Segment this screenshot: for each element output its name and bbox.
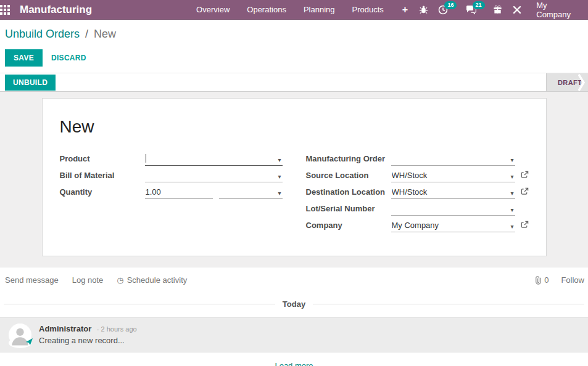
uom-input[interactable]: ▾ [219, 186, 283, 199]
source-location-field[interactable] [391, 169, 515, 182]
bom-input[interactable]: ▾ [145, 169, 283, 182]
company-dropdown-icon[interactable]: ▾ [510, 224, 513, 230]
text-cursor [146, 154, 146, 163]
follow-button[interactable]: Follow [561, 275, 584, 285]
schedule-activity-label: Schedule activity [127, 275, 188, 285]
product-dropdown-icon[interactable]: ▾ [278, 157, 281, 163]
record-title: New [60, 117, 529, 137]
attachments-count: 0 [544, 275, 549, 285]
uom-field[interactable] [219, 186, 283, 199]
company-field[interactable] [391, 219, 515, 232]
source-location-label: Source Location [306, 171, 391, 182]
quantity-field[interactable] [145, 186, 213, 199]
mo-label: Manufacturing Order [306, 154, 391, 166]
breadcrumb-separator: / [83, 28, 91, 40]
message-timestamp: - 2 hours ago [97, 325, 137, 333]
breadcrumb: Unbuild Orders / New [0, 20, 588, 44]
lot-field[interactable] [391, 203, 515, 216]
breadcrumb-current: New [94, 28, 116, 40]
mo-dropdown-icon[interactable]: ▾ [510, 157, 513, 163]
messages-chat-icon[interactable]: 21 [463, 0, 479, 20]
top-navbar: Manufacturing Overview Operations Planni… [0, 0, 588, 20]
lot-label: Lot/Serial Number [306, 204, 391, 216]
schedule-clock-icon: ◷ [117, 275, 123, 285]
spacer [515, 165, 529, 166]
paperclip-icon [534, 275, 542, 285]
quantity-label: Quantity [60, 187, 145, 199]
bom-label: Bill of Material [60, 171, 145, 182]
dest-location-dropdown-icon[interactable]: ▾ [510, 190, 513, 197]
today-divider: Today [4, 299, 584, 309]
unbuild-button[interactable]: UNBUILD [5, 75, 56, 91]
activities-badge: 16 [444, 1, 457, 9]
support-tools-icon[interactable] [508, 0, 525, 20]
mo-field[interactable] [391, 153, 515, 166]
apps-grid-icon [0, 5, 10, 15]
dest-location-label: Destination Location [306, 187, 391, 199]
bom-field[interactable] [145, 169, 283, 182]
save-button[interactable]: SAVE [5, 49, 43, 67]
spacer [515, 214, 529, 216]
send-message-button[interactable]: Send message [5, 275, 59, 285]
load-more-row: Load more [0, 361, 588, 366]
menu-operations[interactable]: Operations [241, 0, 292, 20]
statusbar-chevron-icon [578, 74, 586, 94]
company-input[interactable]: ▾ [391, 219, 515, 232]
app-title[interactable]: Manufacturing [20, 4, 92, 16]
form-header: UNBUILD DRAFT [0, 73, 588, 92]
load-more-link[interactable]: Load more [275, 361, 313, 366]
company-label: Company [306, 221, 391, 232]
mo-input[interactable]: ▾ [391, 153, 515, 166]
form-view-background: New Product ▾ Bill of Material [0, 92, 588, 267]
plus-menu-icon[interactable]: + [395, 4, 415, 15]
messages-badge: 21 [473, 1, 485, 9]
message-author: Administrator [39, 324, 91, 333]
dest-location-external-link-icon[interactable] [515, 187, 529, 199]
quantity-input[interactable] [145, 186, 213, 199]
note-indicator-icon [26, 336, 33, 348]
dest-location-input[interactable]: ▾ [391, 186, 515, 199]
control-panel-buttons: SAVE DISCARD [0, 44, 588, 73]
gift-icon[interactable] [489, 0, 506, 20]
discard-button[interactable]: DISCARD [51, 54, 86, 62]
activities-clock-icon[interactable]: 16 [434, 0, 451, 20]
statusbar: DRAFT [546, 73, 588, 91]
source-location-dropdown-icon[interactable]: ▾ [510, 174, 513, 180]
product-label: Product [60, 154, 145, 166]
uom-dropdown-icon[interactable]: ▾ [278, 190, 281, 197]
form-left-column: Product ▾ Bill of Material [60, 153, 283, 236]
log-note-button[interactable]: Log note [72, 275, 104, 285]
product-input[interactable]: ▾ [145, 153, 283, 166]
menu-overview[interactable]: Overview [190, 0, 236, 20]
attachments-button[interactable]: 0 [534, 275, 549, 285]
navbar-systray: 16 21 My Company [415, 0, 588, 20]
message-avatar [9, 323, 31, 346]
menu-products[interactable]: Products [346, 0, 390, 20]
chatter-toolbar: Send message Log note ◷ Schedule activit… [0, 267, 588, 292]
bom-dropdown-icon[interactable]: ▾ [278, 174, 281, 180]
message-body: Creating a new record... [39, 336, 137, 345]
debug-bug-icon[interactable] [415, 0, 432, 20]
today-label: Today [275, 299, 313, 309]
dest-location-field[interactable] [391, 186, 515, 199]
product-field[interactable] [145, 153, 283, 166]
form-right-column: Manufacturing Order ▾ Source Location [306, 153, 529, 236]
lot-dropdown-icon[interactable]: ▾ [510, 207, 513, 213]
apps-menu-button[interactable] [0, 0, 10, 20]
form-sheet: New Product ▾ Bill of Material [42, 98, 547, 256]
menu-planning[interactable]: Planning [297, 0, 341, 20]
company-external-link-icon[interactable] [515, 220, 529, 232]
source-location-external-link-icon[interactable] [515, 170, 529, 182]
chatter-message: Administrator - 2 hours ago Creating a n… [0, 317, 588, 352]
main-menu: Overview Operations Planning Products + [190, 0, 415, 20]
source-location-input[interactable]: ▾ [391, 169, 515, 182]
schedule-activity-button[interactable]: ◷ Schedule activity [117, 275, 187, 285]
company-switcher[interactable]: My Company [528, 1, 588, 19]
lot-input[interactable]: ▾ [391, 203, 515, 216]
breadcrumb-parent-link[interactable]: Unbuild Orders [5, 28, 80, 40]
